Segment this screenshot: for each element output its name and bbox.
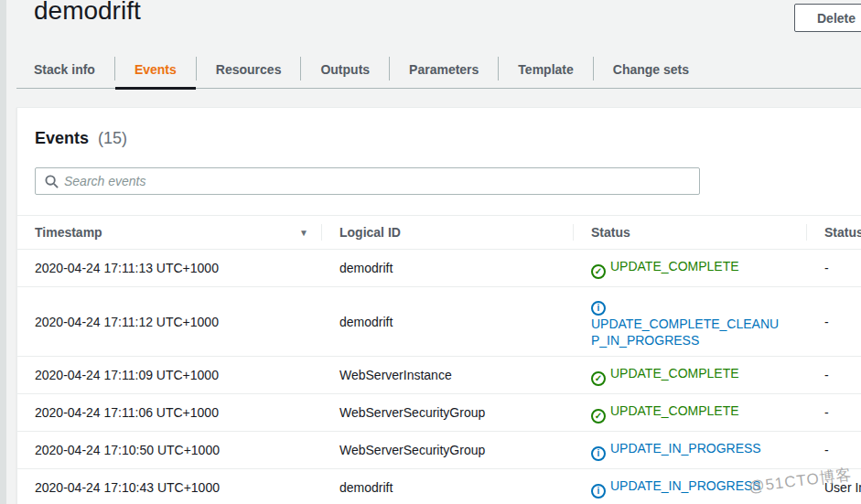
- status-success-icon: [591, 264, 606, 279]
- status-label[interactable]: UPDATE_COMPLETE: [610, 366, 739, 381]
- panel-title-text: Events: [35, 129, 89, 147]
- table-row[interactable]: 2020-04-24 17:11:06 UTC+1000 WebServerSe…: [17, 394, 861, 432]
- sort-descending-icon[interactable]: ▼: [299, 228, 308, 238]
- status-success-icon: [591, 409, 606, 424]
- cell-status: UPDATE_COMPLETE_CLEANUP_IN_PROGRESS: [573, 287, 806, 356]
- table-row[interactable]: 2020-04-24 17:10:43 UTC+1000 demodrift U…: [17, 469, 861, 504]
- column-header-status[interactable]: Status: [573, 218, 806, 247]
- cell-logical-id: demodrift: [321, 306, 573, 338]
- cell-timestamp: 2020-04-24 17:11:12 UTC+1000: [17, 306, 321, 338]
- cell-status-reason: -: [806, 434, 861, 466]
- panel-title-count: (15): [98, 129, 127, 147]
- page-title: demodrift: [34, 0, 141, 26]
- cell-logical-id: WebServerSecurityGroup: [321, 397, 573, 428]
- status-success-icon: [591, 371, 606, 386]
- cell-timestamp: 2020-04-24 17:10:50 UTC+1000: [17, 434, 321, 466]
- search-box[interactable]: [35, 167, 700, 195]
- column-header-logical-id[interactable]: Logical ID: [321, 218, 573, 247]
- table-row[interactable]: 2020-04-24 17:11:13 UTC+1000 demodrift U…: [17, 250, 861, 287]
- status-label[interactable]: UPDATE_COMPLETE: [610, 403, 739, 418]
- cell-logical-id: demodrift: [321, 472, 573, 503]
- cell-status: UPDATE_IN_PROGRESS: [573, 433, 806, 468]
- table-row[interactable]: 2020-04-24 17:11:12 UTC+1000 demodrift U…: [17, 287, 861, 357]
- cell-status: UPDATE_IN_PROGRESS: [573, 470, 806, 504]
- table-row[interactable]: 2020-04-24 17:11:09 UTC+1000 WebServerIn…: [17, 357, 861, 394]
- status-info-icon: [591, 301, 606, 316]
- status-label[interactable]: UPDATE_IN_PROGRESS: [610, 478, 761, 493]
- status-info-icon: [591, 446, 606, 461]
- cell-logical-id: demodrift: [321, 252, 573, 284]
- status-label[interactable]: UPDATE_IN_PROGRESS: [610, 441, 761, 456]
- cell-status-reason: -: [806, 306, 861, 338]
- tab-events[interactable]: Events: [115, 50, 196, 89]
- delete-button[interactable]: Delete: [794, 4, 861, 32]
- tab-template[interactable]: Template: [499, 50, 592, 89]
- status-info-icon: [591, 484, 606, 499]
- cell-status-reason: -: [806, 359, 861, 391]
- cell-logical-id: WebServerInstance: [321, 359, 573, 391]
- tab-outputs[interactable]: Outputs: [301, 50, 389, 89]
- table-header-row: Timestamp ▼ Logical ID Status Status rea…: [17, 216, 861, 250]
- column-header-timestamp[interactable]: Timestamp ▼: [17, 218, 321, 247]
- events-table: Timestamp ▼ Logical ID Status Status rea…: [17, 215, 861, 504]
- cell-logical-id: WebServerSecurityGroup: [321, 434, 573, 466]
- table-row[interactable]: 2020-04-24 17:10:50 UTC+1000 WebServerSe…: [17, 432, 861, 469]
- cell-status-reason: -: [806, 252, 861, 284]
- cell-timestamp: 2020-04-24 17:11:06 UTC+1000: [17, 397, 321, 428]
- panel-title: Events (15): [35, 129, 127, 148]
- status-label[interactable]: UPDATE_COMPLETE_CLEANUP_IN_PROGRESS: [591, 316, 779, 348]
- cell-timestamp: 2020-04-24 17:11:09 UTC+1000: [17, 359, 321, 391]
- tab-bar: Stack info Events Resources Outputs Para…: [0, 50, 861, 89]
- cell-status: UPDATE_COMPLETE: [573, 395, 806, 431]
- cell-status: UPDATE_COMPLETE: [573, 251, 806, 286]
- tab-resources[interactable]: Resources: [197, 50, 301, 89]
- status-label[interactable]: UPDATE_COMPLETE: [610, 259, 739, 273]
- cell-status: UPDATE_COMPLETE: [573, 358, 806, 393]
- cell-status-reason: -: [806, 397, 861, 428]
- column-header-status-reason[interactable]: Status reason: [806, 218, 861, 247]
- cell-timestamp: 2020-04-24 17:11:13 UTC+1000: [17, 252, 321, 284]
- cell-timestamp: 2020-04-24 17:10:43 UTC+1000: [17, 472, 321, 503]
- events-panel: Events (15) Timestamp ▼ Logical ID Statu…: [16, 107, 861, 504]
- tab-stack-info[interactable]: Stack info: [15, 50, 114, 89]
- cell-status-reason: User Initiated: [806, 472, 861, 503]
- tab-parameters[interactable]: Parameters: [390, 50, 498, 89]
- search-input[interactable]: [64, 169, 692, 193]
- tab-change-sets[interactable]: Change sets: [594, 50, 708, 89]
- search-icon: [45, 175, 59, 188]
